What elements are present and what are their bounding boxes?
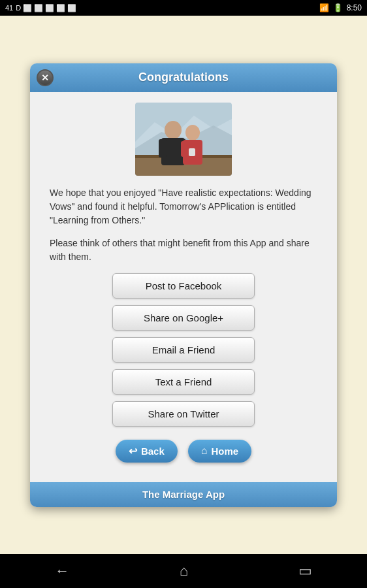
close-button[interactable]: ✕ bbox=[37, 69, 54, 86]
bottom-nav-bar: ← ⌂ ▭ bbox=[0, 554, 367, 588]
svg-point-9 bbox=[185, 125, 200, 140]
congratulations-dialog: ✕ Congratulations bbox=[30, 63, 337, 507]
couple-photo bbox=[135, 103, 232, 176]
app-name: The Marriage App bbox=[142, 489, 225, 500]
svg-point-5 bbox=[165, 121, 182, 139]
wifi-icon: 📶 bbox=[319, 3, 329, 12]
signal-strength: 41 bbox=[5, 4, 13, 12]
svg-rect-13 bbox=[189, 148, 195, 156]
svg-rect-11 bbox=[181, 141, 187, 157]
share-on-twitter-button[interactable]: Share on Twitter bbox=[112, 401, 255, 427]
dialog-title: Congratulations bbox=[138, 71, 229, 84]
battery-icon: 🔋 bbox=[333, 3, 343, 12]
dialog-footer: The Marriage App bbox=[30, 482, 337, 507]
svg-rect-12 bbox=[196, 141, 202, 155]
share-on-google-button[interactable]: Share on Google+ bbox=[112, 305, 255, 331]
text-a-friend-button[interactable]: Text a Friend bbox=[112, 369, 255, 395]
system-home-button[interactable]: ⌂ bbox=[180, 563, 188, 580]
main-area: ✕ Congratulations bbox=[0, 16, 367, 554]
bottom-nav-row: ↩ Back ⌂ Home bbox=[50, 440, 317, 463]
svg-rect-7 bbox=[159, 139, 167, 157]
post-to-facebook-button[interactable]: Post to Facebook bbox=[112, 273, 255, 299]
clock: 8:50 bbox=[347, 3, 362, 12]
dialog-header: ✕ Congratulations bbox=[30, 63, 337, 92]
status-bar-left: 41 D ⬜ ⬜ ⬜ ⬜ ⬜ bbox=[5, 4, 76, 12]
home-icon: ⌂ bbox=[201, 445, 208, 457]
home-label: Home bbox=[211, 446, 238, 457]
system-recent-button[interactable]: ▭ bbox=[298, 563, 312, 580]
back-label: Back bbox=[141, 446, 165, 457]
status-bar: 41 D ⬜ ⬜ ⬜ ⬜ ⬜ 📶 🔋 8:50 bbox=[0, 0, 367, 16]
home-button[interactable]: ⌂ Home bbox=[188, 440, 251, 463]
system-back-button[interactable]: ← bbox=[55, 563, 69, 580]
status-bar-right: 📶 🔋 8:50 bbox=[319, 3, 362, 12]
body-text-2: Please think of others that might benefi… bbox=[50, 237, 317, 264]
email-a-friend-button[interactable]: Email a Friend bbox=[112, 337, 255, 363]
back-icon: ↩ bbox=[129, 445, 137, 457]
body-text-1: We hope that you enjoyed "Have realistic… bbox=[50, 186, 317, 227]
dialog-body: We hope that you enjoyed "Have realistic… bbox=[30, 92, 337, 482]
notification-icons: D ⬜ ⬜ ⬜ ⬜ ⬜ bbox=[16, 4, 76, 12]
back-button[interactable]: ↩ Back bbox=[116, 440, 178, 463]
